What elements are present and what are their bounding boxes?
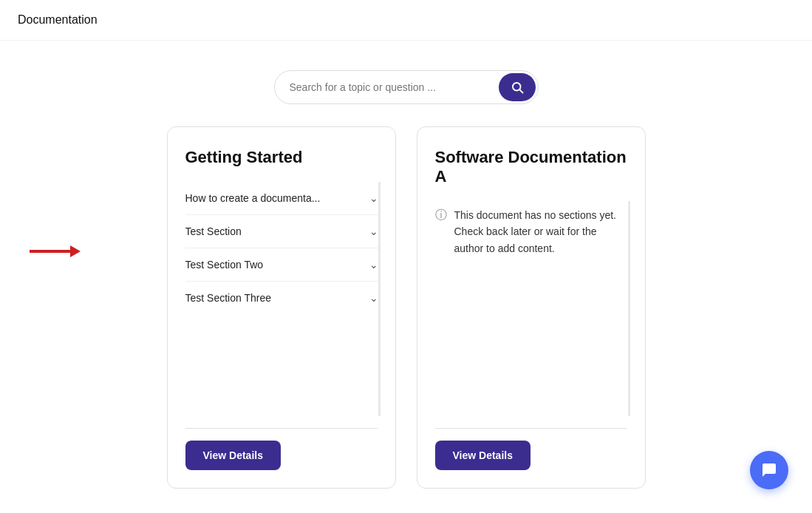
- view-details-button-soft[interactable]: View Details: [435, 441, 530, 470]
- arrow-head: [70, 245, 81, 257]
- search-wrapper: [274, 70, 539, 104]
- arrow-indicator: [30, 245, 81, 257]
- getting-started-title: Getting Started: [185, 148, 378, 167]
- software-doc-scroll-area: ⓘ This document has no sections yet. Che…: [435, 201, 630, 416]
- getting-started-card: Getting Started How to create a document…: [167, 126, 396, 489]
- list-item[interactable]: Test Section Three ⌄: [185, 282, 378, 314]
- search-button[interactable]: [499, 73, 536, 101]
- chat-button[interactable]: [750, 451, 788, 489]
- search-container: [0, 70, 812, 104]
- nav-title: Documentation: [18, 13, 98, 26]
- chevron-down-icon: ⌄: [369, 292, 378, 304]
- section-label: Test Section Two: [185, 259, 264, 271]
- card-divider: [185, 428, 378, 429]
- list-item[interactable]: How to create a documenta... ⌄: [185, 182, 378, 215]
- empty-message-text: This document has no sections yet. Check…: [454, 207, 625, 256]
- top-navigation: Documentation: [0, 0, 812, 41]
- chevron-down-icon: ⌄: [369, 225, 378, 237]
- cards-container: Getting Started How to create a document…: [0, 126, 812, 489]
- section-label: Test Section Three: [185, 292, 271, 304]
- chevron-down-icon: ⌄: [369, 192, 378, 204]
- section-label: Test Section: [185, 225, 242, 237]
- sections-list: How to create a documenta... ⌄ Test Sect…: [185, 182, 381, 416]
- software-doc-title: Software Documentation A: [435, 148, 627, 186]
- view-details-button[interactable]: View Details: [185, 441, 281, 470]
- arrow-body: [30, 250, 70, 253]
- info-icon: ⓘ: [435, 208, 447, 223]
- chat-icon: [760, 461, 778, 479]
- list-item[interactable]: Test Section Two ⌄: [185, 248, 378, 282]
- svg-line-1: [519, 89, 522, 92]
- card-divider: [435, 428, 627, 429]
- list-item[interactable]: Test Section ⌄: [185, 215, 378, 248]
- empty-message-container: ⓘ This document has no sections yet. Che…: [435, 201, 625, 262]
- search-input[interactable]: [275, 72, 497, 102]
- section-label: How to create a documenta...: [185, 192, 321, 204]
- software-doc-card: Software Documentation A ⓘ This document…: [417, 126, 646, 489]
- search-icon: [511, 81, 524, 94]
- chevron-down-icon: ⌄: [369, 259, 378, 271]
